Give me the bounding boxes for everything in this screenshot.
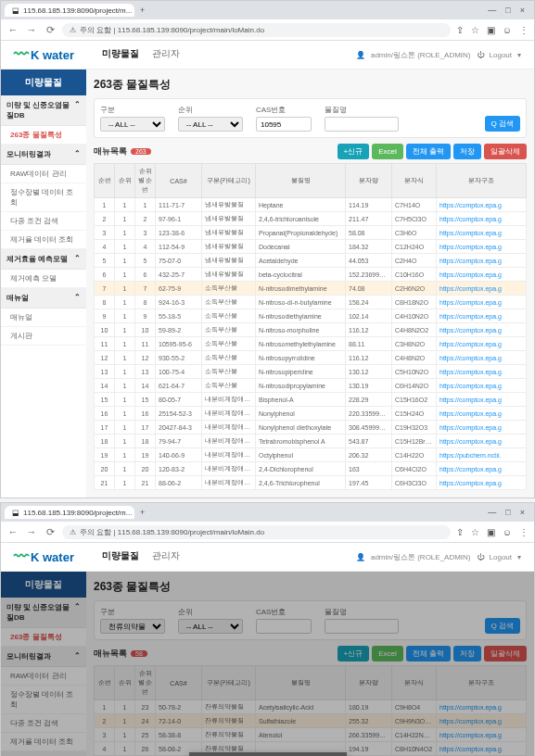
star-icon[interactable]: ☆ bbox=[471, 527, 479, 537]
cell-name: Octylphenol bbox=[256, 448, 346, 462]
top-tab-substance[interactable]: 미량물질 bbox=[102, 549, 139, 564]
table-row[interactable]: 1111110595-95-6소독부산물N-nitrosomethylethyl… bbox=[95, 337, 527, 351]
delete-button[interactable]: 일괄삭제 bbox=[484, 144, 527, 159]
confirm-modal: 확인 상세조회 화면으로 이동하시겠습니까? YES NO bbox=[189, 752, 347, 756]
extension-icon[interactable]: ▣ bbox=[487, 527, 495, 537]
table-row[interactable]: 818924-16-3소독부산물N-nitroso-di-n-butylamin… bbox=[95, 296, 527, 309]
cell-rs: 4 bbox=[135, 240, 156, 254]
excel-button[interactable]: Excel bbox=[372, 144, 403, 159]
cell-rs: 20 bbox=[135, 462, 156, 476]
table-row[interactable]: 12112930-55-2소독부산물N-nitrosopyrrolidine11… bbox=[95, 351, 527, 365]
cell-name: Nonylphenol diethoxylate bbox=[256, 421, 346, 435]
sidebar-item-manual[interactable]: 매뉴얼 bbox=[1, 309, 86, 327]
sidebar-item-263[interactable]: 263종 물질특성 bbox=[1, 126, 86, 145]
save-button[interactable]: 저장 bbox=[453, 144, 481, 159]
forward-icon[interactable]: → bbox=[25, 526, 38, 537]
top-tab-admin[interactable]: 관리자 bbox=[152, 549, 180, 564]
sidebar-item-raw[interactable]: RAW데이터 관리 bbox=[1, 165, 86, 183]
caret-down-icon[interactable]: ▾ bbox=[517, 553, 521, 561]
cell-r: 1 bbox=[115, 448, 135, 462]
new-tab-button[interactable]: + bbox=[134, 6, 150, 15]
window-minimize[interactable]: — bbox=[488, 508, 496, 517]
cell-n: 5 bbox=[95, 254, 115, 268]
sidebar-group-manual[interactable]: 매뉴얼⌃ bbox=[1, 288, 86, 309]
table-row[interactable]: 1011059-89-2소독부산물N-nitroso-morpholine116… bbox=[95, 323, 527, 337]
table-row[interactable]: 91955-18-5소독부산물N-nitrosodiethylamine102.… bbox=[95, 309, 527, 323]
sidebar-group-monitoring[interactable]: 모니터링결과⌃ bbox=[1, 145, 86, 165]
table-row[interactable]: 313123-38-6냄새유발물질Propanal(Propionaldehyd… bbox=[95, 226, 527, 240]
share-icon[interactable]: ⇪ bbox=[456, 25, 464, 35]
table-row[interactable]: 1511580-05-7내분비계장애물질Bisphenol-A228.29C15… bbox=[95, 393, 527, 407]
sidebar-item-multi[interactable]: 다중 조건 검색 bbox=[1, 212, 86, 231]
address-bar[interactable]: ⚠ 주의 요함 | 115.68.185.139:8090/project/ma… bbox=[62, 525, 451, 539]
profile-icon[interactable]: ☺ bbox=[503, 527, 512, 537]
sidebar-item-removal[interactable]: 제거율 데이터 조회 bbox=[1, 231, 86, 249]
th-cat: 구분(카테고리) bbox=[202, 164, 256, 198]
search-button[interactable]: Q 검색 bbox=[485, 116, 520, 132]
window-maximize[interactable]: □ bbox=[505, 508, 510, 517]
star-icon[interactable]: ☆ bbox=[471, 25, 479, 35]
cell-cat: 냄새유발물질 bbox=[202, 226, 256, 240]
reload-icon[interactable]: ⟳ bbox=[44, 24, 57, 36]
window-close[interactable]: × bbox=[520, 508, 525, 517]
cell-mf: C6H14N2O bbox=[392, 379, 437, 393]
table-row[interactable]: 20120120-83-2내분비계장애물질2,4-Dichlorophenol1… bbox=[95, 462, 527, 476]
cell-rs: 13 bbox=[135, 365, 156, 379]
share-icon[interactable]: ⇪ bbox=[456, 527, 464, 537]
cell-rs: 10 bbox=[135, 323, 156, 337]
menu-icon[interactable]: ⋮ bbox=[519, 25, 529, 35]
filter-order-select[interactable]: -- ALL -- bbox=[178, 117, 243, 132]
logout-link[interactable]: Logout bbox=[490, 51, 512, 59]
table-row[interactable]: 71762-75-9소독부산물N-nitrosodimethylamine74.… bbox=[95, 282, 527, 296]
table-row[interactable]: 616432-25-7냄새유발물질beta-cyclocitral152.236… bbox=[95, 268, 527, 282]
browser-tab[interactable]: ⬓ 115.68.185.139:8090/project/m... × bbox=[5, 4, 134, 17]
window-close[interactable]: × bbox=[520, 6, 525, 15]
top-tab-substance[interactable]: 미량물질 bbox=[102, 47, 139, 62]
filter-cas-input[interactable] bbox=[256, 117, 312, 132]
sidebar-group-db[interactable]: 미량 및 신종오염물질DB⌃ bbox=[1, 95, 86, 126]
extension-icon[interactable]: ▣ bbox=[487, 25, 495, 35]
user-label: admin/링스톤 (ROLE_ADMIN) bbox=[371, 552, 471, 562]
table-row[interactable]: 414112-54-9냄새유발물질Dodecanal184.32C12H24Oh… bbox=[95, 240, 527, 254]
sidebar-item-plant[interactable]: 정수장별 데이터 조회 bbox=[1, 183, 86, 212]
sidebar-item-model[interactable]: 제거예측 모델 bbox=[1, 270, 86, 288]
filter-gubun-select[interactable]: -- ALL -- bbox=[100, 117, 165, 132]
sidebar-item-board[interactable]: 게시판 bbox=[1, 327, 86, 346]
table-row[interactable]: 51575-07-0냄새유발물질Acetaldehyde44.053C2H4Oh… bbox=[95, 254, 527, 268]
add-button[interactable]: +신규 bbox=[338, 144, 370, 159]
table-row[interactable]: 13113100-75-4소독부산물N-nitrosopiperidine130… bbox=[95, 365, 527, 379]
cell-name: Tetrabromobisphenol A bbox=[256, 435, 346, 448]
window-maximize[interactable]: □ bbox=[505, 6, 510, 15]
back-icon[interactable]: ← bbox=[6, 24, 19, 35]
address-bar[interactable]: ⚠ 주의 요함 | 115.68.185.139:8090/project/ma… bbox=[62, 23, 451, 37]
cell-n: 7 bbox=[95, 282, 115, 296]
forward-icon[interactable]: → bbox=[25, 24, 38, 35]
sidebar-group-model[interactable]: 제거효율 예측모델⌃ bbox=[1, 249, 86, 270]
cell-cat: 냄새유발물질 bbox=[202, 254, 256, 268]
table-row[interactable]: 1811879-94-7내분비계장애물질Tetrabromobisphenol … bbox=[95, 435, 527, 448]
table-row[interactable]: 1711720427-84-3내분비계장애물질Nonylphenol dieth… bbox=[95, 421, 527, 435]
filter-name-input[interactable] bbox=[325, 117, 399, 132]
browser-tab[interactable]: ⬓ 115.68.185.139:8090/project/m... × bbox=[5, 506, 134, 519]
top-tab-admin[interactable]: 관리자 bbox=[152, 47, 180, 62]
table-row[interactable]: 19119140-66-9내분비계장애물질Octylphenol206.32C1… bbox=[95, 448, 527, 462]
window-minimize[interactable]: — bbox=[488, 6, 496, 15]
table-row[interactable]: 14114621-64-7소독부산물N-nitrosodipropylamine… bbox=[95, 379, 527, 393]
table-row[interactable]: 21297-96-1냄새유발물질2,4,6-trichloroanisole21… bbox=[95, 212, 527, 226]
cell-mf: C8H18N2O bbox=[392, 296, 437, 309]
cell-rs: 21 bbox=[135, 476, 156, 490]
cell-mf: C3H6O bbox=[392, 226, 437, 240]
table-row[interactable]: 2112188-06-2내분비계장애물질2,4,6-Trichloropheno… bbox=[95, 476, 527, 490]
reload-icon[interactable]: ⟳ bbox=[44, 526, 57, 538]
table-row[interactable]: 111111-71-7냄새유발물질Heptane114.19C7H14Ohttp… bbox=[95, 198, 527, 212]
profile-icon[interactable]: ☺ bbox=[503, 25, 512, 35]
new-tab-button[interactable]: + bbox=[134, 508, 150, 517]
logout-link[interactable]: Logout bbox=[490, 553, 512, 561]
table-row[interactable]: 1611625154-52-3내분비계장애물질Nonylphenol220.33… bbox=[95, 407, 527, 421]
print-button[interactable]: 전체 출력 bbox=[406, 144, 451, 159]
back-icon[interactable]: ← bbox=[6, 526, 19, 537]
menu-icon[interactable]: ⋮ bbox=[519, 527, 529, 537]
caret-down-icon[interactable]: ▾ bbox=[517, 51, 521, 59]
cell-mf: C4H10N2O bbox=[392, 309, 437, 323]
cell-r: 1 bbox=[115, 365, 135, 379]
